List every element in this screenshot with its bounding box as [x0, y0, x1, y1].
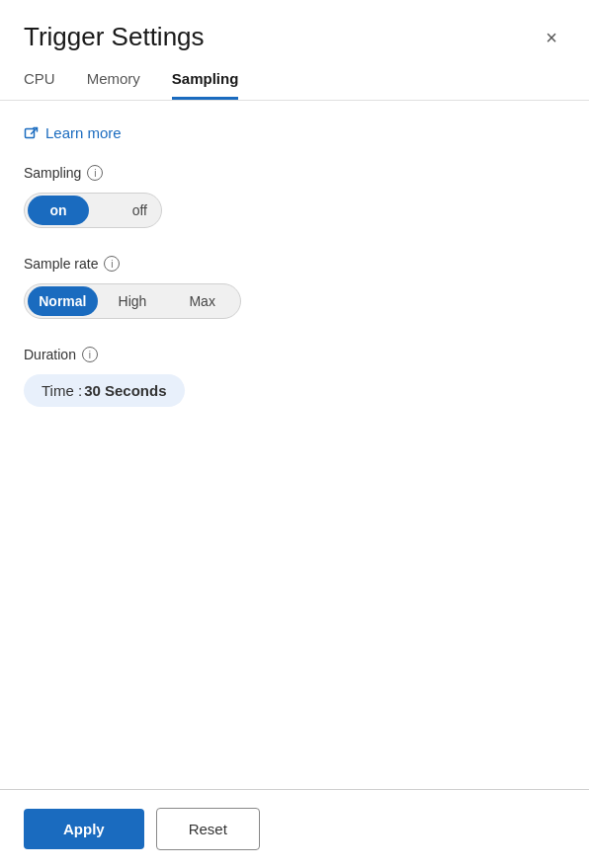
close-button[interactable]: ×: [538, 24, 565, 51]
reset-button[interactable]: Reset: [156, 808, 260, 850]
content-area: Learn more Sampling i on off Sample rate…: [0, 101, 589, 789]
sampling-label-row: Sampling i: [24, 165, 565, 181]
duration-prefix: Time :: [42, 382, 82, 399]
sample-rate-label: Sample rate: [24, 256, 98, 272]
rate-selector: Normal High Max: [24, 283, 241, 319]
tabs-container: CPU Memory Sampling: [0, 52, 589, 101]
svg-rect-0: [26, 128, 35, 137]
learn-more-label: Learn more: [45, 124, 122, 141]
rate-high-button[interactable]: High: [98, 286, 168, 316]
duration-label: Duration: [24, 347, 76, 362]
duration-info-icon[interactable]: i: [82, 347, 98, 362]
dialog-header: Trigger Settings ×: [0, 0, 589, 52]
tab-memory[interactable]: Memory: [87, 70, 140, 100]
rate-max-button[interactable]: Max: [167, 286, 237, 316]
toggle-off-label: off: [132, 202, 147, 218]
duration-section: Duration i Time : 30 Seconds: [24, 347, 565, 407]
apply-button[interactable]: Apply: [24, 809, 144, 849]
rate-normal-button[interactable]: Normal: [28, 286, 98, 316]
duration-badge[interactable]: Time : 30 Seconds: [24, 374, 185, 407]
sampling-section: Sampling i on off: [24, 165, 565, 228]
trigger-settings-dialog: Trigger Settings × CPU Memory Sampling L…: [0, 0, 589, 868]
sampling-toggle[interactable]: on off: [24, 193, 162, 228]
tab-sampling[interactable]: Sampling: [172, 70, 239, 100]
learn-more-link[interactable]: Learn more: [24, 124, 565, 141]
sample-rate-info-icon[interactable]: i: [104, 256, 120, 272]
duration-value: 30 Seconds: [84, 382, 166, 399]
dialog-footer: Apply Reset: [0, 789, 589, 868]
duration-label-row: Duration i: [24, 347, 565, 362]
tab-cpu[interactable]: CPU: [24, 70, 55, 100]
sample-rate-section: Sample rate i Normal High Max: [24, 256, 565, 319]
toggle-on-label: on: [28, 196, 89, 225]
dialog-title: Trigger Settings: [24, 22, 205, 52]
sampling-label: Sampling: [24, 165, 81, 181]
external-link-icon: [24, 125, 40, 141]
sample-rate-label-row: Sample rate i: [24, 256, 565, 272]
sampling-info-icon[interactable]: i: [87, 165, 103, 181]
